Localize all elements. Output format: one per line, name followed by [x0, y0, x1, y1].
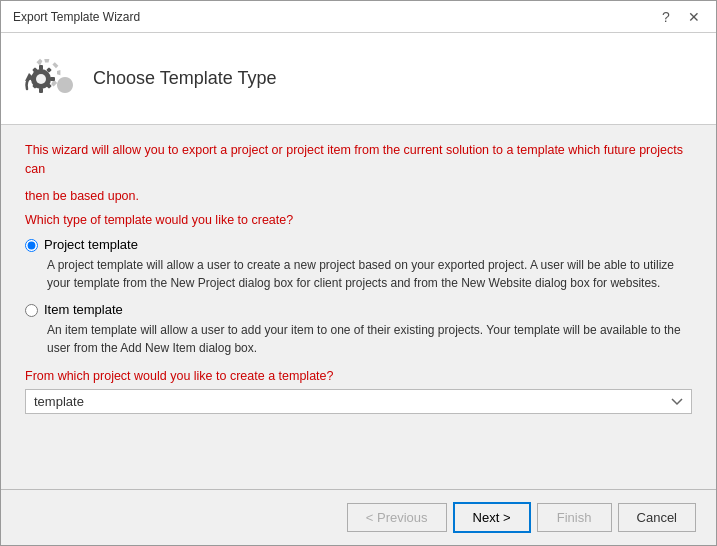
export-template-wizard-dialog: Export Template Wizard ? ✕ [0, 0, 717, 546]
finish-button[interactable]: Finish [537, 503, 612, 532]
svg-point-1 [36, 74, 46, 84]
info-text-line1: This wizard will allow you to export a p… [25, 141, 692, 179]
wizard-icon [21, 49, 77, 108]
dialog-title: Export Template Wizard [13, 10, 140, 24]
template-type-question: Which type of template would you like to… [25, 213, 692, 227]
next-button[interactable]: Next > [453, 502, 531, 533]
project-template-description: A project template will allow a user to … [47, 256, 692, 292]
svg-rect-5 [50, 77, 55, 81]
close-button[interactable]: ✕ [684, 7, 704, 27]
project-template-radio[interactable] [25, 239, 38, 252]
item-template-option[interactable]: Item template [25, 302, 692, 317]
template-type-radio-group: Project template A project template will… [25, 237, 692, 357]
title-bar: Export Template Wizard ? ✕ [1, 1, 716, 33]
project-template-option[interactable]: Project template [25, 237, 692, 252]
svg-rect-2 [39, 65, 43, 70]
project-dropdown-wrapper: template [25, 389, 692, 414]
item-template-radio[interactable] [25, 304, 38, 317]
svg-rect-3 [39, 88, 43, 93]
title-bar-right: ? ✕ [656, 7, 704, 27]
project-question: From which project would you like to cre… [25, 369, 692, 383]
project-dropdown[interactable]: template [25, 389, 692, 414]
header-area: Choose Template Type [1, 33, 716, 125]
title-bar-left: Export Template Wizard [13, 10, 140, 24]
item-template-label[interactable]: Item template [44, 302, 123, 317]
footer-area: < Previous Next > Finish Cancel [1, 489, 716, 545]
project-template-label[interactable]: Project template [44, 237, 138, 252]
item-template-description: An item template will allow a user to ad… [47, 321, 692, 357]
info-text-line2: then be based upon. [25, 187, 692, 206]
cancel-button[interactable]: Cancel [618, 503, 696, 532]
content-area: This wizard will allow you to export a p… [1, 125, 716, 489]
previous-button[interactable]: < Previous [347, 503, 447, 532]
header-title: Choose Template Type [93, 68, 276, 89]
help-button[interactable]: ? [656, 7, 676, 27]
